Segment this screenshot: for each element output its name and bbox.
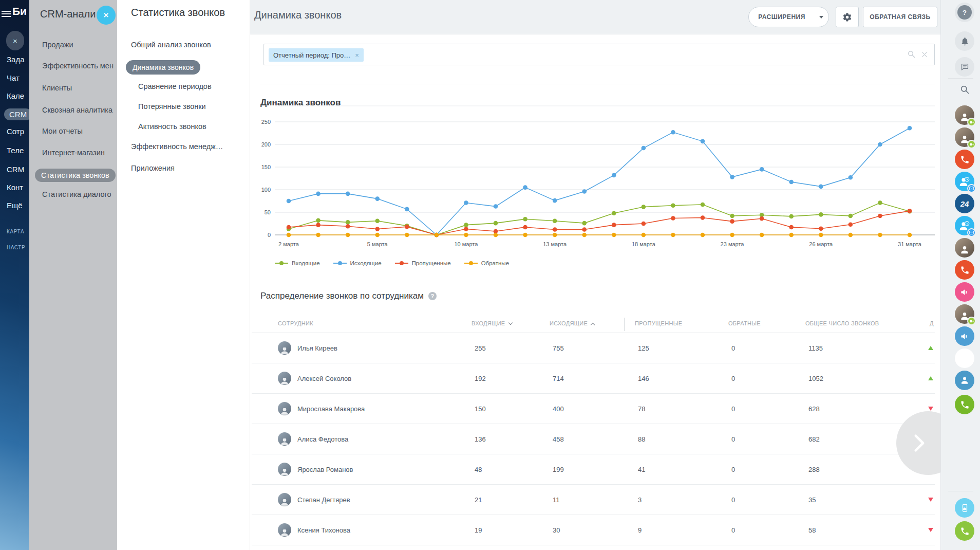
right-rail: ?24 <box>940 0 980 550</box>
chart-legend: ВходящиеИсходящиеПропущенныеОбратные <box>275 260 509 266</box>
column-header-7[interactable]: Д <box>930 320 934 326</box>
settings-button[interactable] <box>836 7 859 27</box>
column-header-4[interactable]: ПРОПУЩЕННЫЕ <box>635 320 682 326</box>
svg-text:250: 250 <box>261 119 271 125</box>
legend-item-Исходящие[interactable]: Исходящие <box>333 260 382 266</box>
incoming-count: 21 <box>475 496 482 504</box>
rail-user-avatar[interactable] <box>955 127 974 147</box>
rail-empty-app-button[interactable] <box>955 349 974 368</box>
svg-text:26 марта: 26 марта <box>809 241 833 247</box>
rail-bitrix24-button[interactable]: 24 <box>955 194 974 213</box>
sidebar-item-3[interactable]: Кале <box>7 91 24 100</box>
crm-panel-item-2[interactable]: Эффективность мен <box>42 62 114 70</box>
rail-mobile-app-button[interactable] <box>955 498 974 518</box>
table-row[interactable]: Мирослава Макарова150400780628 <box>252 394 935 424</box>
rail-search-button[interactable] <box>955 80 974 99</box>
menu-item-1[interactable]: Общий анализ звонков <box>131 41 211 49</box>
table-row[interactable]: Степан Дегтярев21113035 <box>252 485 935 515</box>
sidebar-item-6[interactable]: Теле <box>7 146 24 155</box>
incoming-count: 255 <box>475 344 486 352</box>
menu-item-3[interactable]: Сравнение периодов <box>138 82 212 90</box>
sidebar-item-5[interactable]: Сотр <box>7 127 24 136</box>
rail-user-avatar[interactable] <box>955 238 974 258</box>
sidebar-footer-item[interactable]: НАСТР <box>7 245 25 250</box>
table-row[interactable]: Алексей Соколов19271414601052 <box>252 363 935 394</box>
hamburger-menu-icon[interactable] <box>2 9 11 19</box>
sidebar-item-9[interactable]: Ещё <box>7 201 23 210</box>
clear-filter-icon[interactable] <box>921 51 928 58</box>
rail-contact-button[interactable] <box>955 371 974 390</box>
rail-crm-activity-button[interactable] <box>955 216 974 235</box>
rail-marketing-button[interactable] <box>955 326 974 346</box>
outgoing-count: 11 <box>553 496 560 504</box>
rail-call-button[interactable] <box>955 395 974 414</box>
legend-item-Входящие[interactable]: Входящие <box>275 260 320 266</box>
avatar <box>278 523 291 537</box>
rail-user-avatar[interactable] <box>955 105 974 125</box>
rail-telephony-button[interactable] <box>955 150 974 169</box>
menu-item-2[interactable]: Динамика звонков <box>126 60 200 75</box>
chip-remove-icon[interactable]: × <box>355 51 359 59</box>
crm-panel-item-5[interactable]: Мои отчеты <box>42 127 83 135</box>
menu-item-5[interactable]: Активность звонков <box>138 122 206 131</box>
column-header-5[interactable]: ОБРАТНЫЕ <box>728 320 761 326</box>
table-row[interactable]: Илья Киреев25575512501135 <box>252 333 935 363</box>
crm-panel-item-4[interactable]: Сквозная аналитика <box>42 106 112 114</box>
column-header-2[interactable]: ВХОДЯЩИЕ <box>472 320 512 326</box>
legend-item-Пропущенные[interactable]: Пропущенные <box>395 260 451 266</box>
extensions-button[interactable]: РАСШИРЕНИЯ <box>748 7 829 27</box>
sidebar-item-2[interactable]: Чат <box>7 74 20 82</box>
column-header-1[interactable]: СОТРУДНИК <box>278 320 313 326</box>
svg-text:18 марта: 18 марта <box>632 241 656 247</box>
rail-user-avatar[interactable] <box>955 304 974 324</box>
gear-icon <box>842 12 852 22</box>
sidebar-footer-item[interactable]: КАРТА <box>7 229 24 234</box>
outgoing-count: 458 <box>553 435 564 443</box>
crm-panel-item-7[interactable]: Статистика звонков <box>35 169 116 182</box>
feedback-button[interactable]: ОБРАТНАЯ СВЯЗЬ <box>863 7 937 27</box>
mail-badge-icon <box>967 228 976 237</box>
search-icon[interactable] <box>907 50 916 59</box>
main-content: Динамика звонков РАСШИРЕНИЯ ОБРАТНАЯ СВЯ… <box>250 0 940 550</box>
sidebar-item-1[interactable]: Зада <box>7 55 25 64</box>
rail-help-button[interactable]: ? <box>955 3 974 22</box>
incoming-count: 19 <box>475 526 482 534</box>
rail-chat-history-button[interactable] <box>955 57 974 77</box>
sidebar-close-pill[interactable]: × <box>6 31 24 50</box>
video-badge-icon <box>967 140 976 149</box>
menu-item-7[interactable]: Приложения <box>131 164 175 172</box>
table-row[interactable]: Ксения Тихонова19309058 <box>252 515 935 545</box>
filter-search-input[interactable]: Отчетный период: Про… × <box>263 44 935 65</box>
outgoing-count: 400 <box>553 405 564 413</box>
crm-panel-item-1[interactable]: Продажи <box>42 41 73 49</box>
column-header-3[interactable]: ИСХОДЯЩИЕ <box>550 320 594 326</box>
sidebar-item-4[interactable]: CRM <box>4 108 29 120</box>
chevron-down-icon[interactable] <box>819 16 823 21</box>
sidebar-item-7[interactable]: CRM <box>7 165 24 174</box>
filter-chip[interactable]: Отчетный период: Про… × <box>269 48 364 62</box>
rail-crm-activity-button[interactable] <box>955 172 974 191</box>
outgoing-count: 30 <box>553 526 560 534</box>
crm-panel-item-6[interactable]: Интернет-магазин <box>42 149 105 157</box>
rail-call-button[interactable] <box>955 521 974 541</box>
close-icon[interactable]: × <box>97 6 116 25</box>
legend-marker <box>395 261 408 265</box>
column-header-6[interactable]: ОБЩЕЕ ЧИСЛО ЗВОНКОВ <box>805 320 879 326</box>
svg-text:5 марта: 5 марта <box>367 241 388 247</box>
rail-telephony-button[interactable] <box>955 260 974 280</box>
table-row[interactable]: Ярослав Романов48199410288 <box>252 454 935 485</box>
total-count: 58 <box>808 526 816 534</box>
legend-item-Обратные[interactable]: Обратные <box>464 260 509 266</box>
rail-marketing-button[interactable] <box>955 282 974 302</box>
table-row[interactable]: Алиса Федотова136458880682 <box>252 424 935 454</box>
help-icon[interactable]: ? <box>428 292 437 300</box>
crm-panel-item-8[interactable]: Статистика диалого <box>42 190 111 198</box>
employee-name: Илья Киреев <box>297 344 337 352</box>
crm-panel-item-3[interactable]: Клиенты <box>42 84 72 92</box>
sidebar-item-8[interactable]: Конт <box>7 183 23 192</box>
legend-label: Исходящие <box>350 260 382 266</box>
menu-item-6[interactable]: Эффективность менедж… <box>131 142 223 151</box>
employee-name: Степан Дегтярев <box>297 496 350 504</box>
rail-notifications-button[interactable] <box>955 31 974 51</box>
menu-item-4[interactable]: Потерянные звонки <box>138 102 206 111</box>
